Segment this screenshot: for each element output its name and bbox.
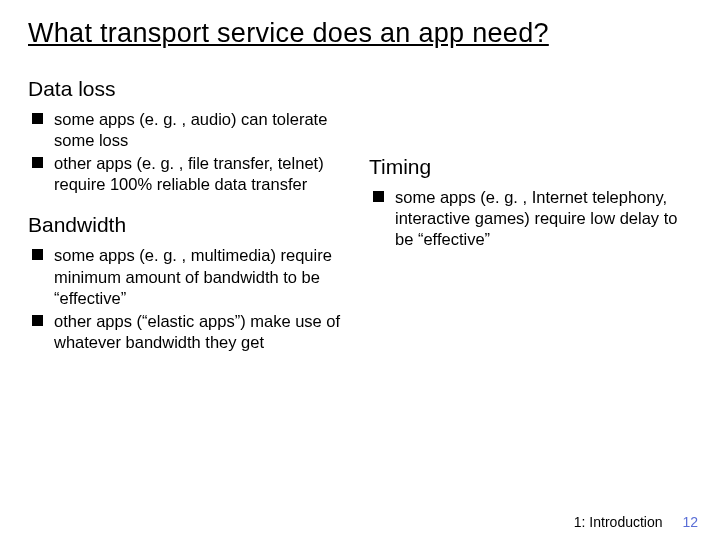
heading-data-loss: Data loss: [28, 77, 351, 101]
content-columns: Data loss some apps (e. g. , audio) can …: [28, 73, 692, 371]
bullets-data-loss: some apps (e. g. , audio) can tolerate s…: [28, 109, 351, 195]
bullets-bandwidth: some apps (e. g. , multimedia) require m…: [28, 245, 351, 353]
list-item: some apps (e. g. , audio) can tolerate s…: [32, 109, 351, 151]
heading-timing: Timing: [369, 155, 692, 179]
right-column: Timing some apps (e. g. , Internet telep…: [369, 73, 692, 371]
footer-page-number: 12: [682, 514, 698, 530]
slide-footer: 1: Introduction 12: [574, 514, 698, 530]
heading-bandwidth: Bandwidth: [28, 213, 351, 237]
slide-title: What transport service does an app need?: [28, 18, 692, 49]
list-item: other apps (“elastic apps”) make use of …: [32, 311, 351, 353]
list-item: some apps (e. g. , multimedia) require m…: [32, 245, 351, 308]
bullets-timing: some apps (e. g. , Internet telephony, i…: [369, 187, 692, 250]
list-item: other apps (e. g. , file transfer, telne…: [32, 153, 351, 195]
footer-chapter: 1: Introduction: [574, 514, 663, 530]
slide: What transport service does an app need?…: [0, 0, 720, 371]
left-column: Data loss some apps (e. g. , audio) can …: [28, 73, 351, 371]
list-item: some apps (e. g. , Internet telephony, i…: [373, 187, 692, 250]
